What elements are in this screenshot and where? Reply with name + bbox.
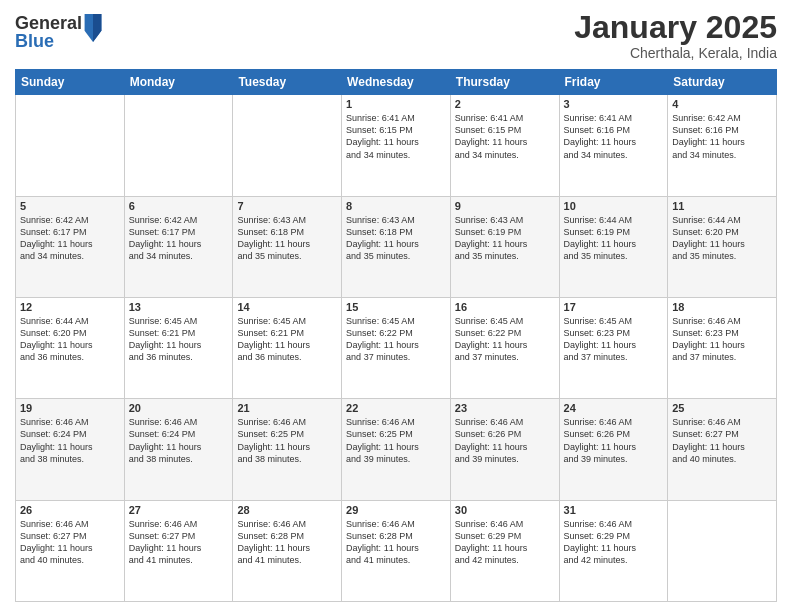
header-monday: Monday — [124, 70, 233, 95]
day-number: 26 — [20, 504, 120, 516]
calendar-cell — [668, 500, 777, 601]
logo-general: General — [15, 14, 82, 32]
day-number: 13 — [129, 301, 229, 313]
calendar-week-2: 5Sunrise: 6:42 AM Sunset: 6:17 PM Daylig… — [16, 196, 777, 297]
day-number: 25 — [672, 402, 772, 414]
day-info: Sunrise: 6:46 AM Sunset: 6:27 PM Dayligh… — [672, 416, 772, 465]
calendar-cell: 8Sunrise: 6:43 AM Sunset: 6:18 PM Daylig… — [342, 196, 451, 297]
calendar-cell: 2Sunrise: 6:41 AM Sunset: 6:15 PM Daylig… — [450, 95, 559, 196]
day-info: Sunrise: 6:45 AM Sunset: 6:21 PM Dayligh… — [237, 315, 337, 364]
day-info: Sunrise: 6:42 AM Sunset: 6:17 PM Dayligh… — [129, 214, 229, 263]
header-saturday: Saturday — [668, 70, 777, 95]
calendar-cell: 19Sunrise: 6:46 AM Sunset: 6:24 PM Dayli… — [16, 399, 125, 500]
day-number: 3 — [564, 98, 664, 110]
calendar-cell: 9Sunrise: 6:43 AM Sunset: 6:19 PM Daylig… — [450, 196, 559, 297]
calendar-cell: 16Sunrise: 6:45 AM Sunset: 6:22 PM Dayli… — [450, 297, 559, 398]
day-info: Sunrise: 6:41 AM Sunset: 6:15 PM Dayligh… — [346, 112, 446, 161]
day-number: 10 — [564, 200, 664, 212]
calendar-cell: 12Sunrise: 6:44 AM Sunset: 6:20 PM Dayli… — [16, 297, 125, 398]
calendar-cell: 3Sunrise: 6:41 AM Sunset: 6:16 PM Daylig… — [559, 95, 668, 196]
day-info: Sunrise: 6:41 AM Sunset: 6:16 PM Dayligh… — [564, 112, 664, 161]
logo-text: General Blue — [15, 14, 82, 50]
calendar-header-row: Sunday Monday Tuesday Wednesday Thursday… — [16, 70, 777, 95]
day-number: 18 — [672, 301, 772, 313]
day-info: Sunrise: 6:46 AM Sunset: 6:26 PM Dayligh… — [564, 416, 664, 465]
calendar-cell — [124, 95, 233, 196]
calendar-cell: 4Sunrise: 6:42 AM Sunset: 6:16 PM Daylig… — [668, 95, 777, 196]
header-wednesday: Wednesday — [342, 70, 451, 95]
day-number: 1 — [346, 98, 446, 110]
day-number: 28 — [237, 504, 337, 516]
logo-blue: Blue — [15, 32, 82, 50]
calendar-cell: 10Sunrise: 6:44 AM Sunset: 6:19 PM Dayli… — [559, 196, 668, 297]
day-number: 4 — [672, 98, 772, 110]
day-info: Sunrise: 6:46 AM Sunset: 6:29 PM Dayligh… — [564, 518, 664, 567]
calendar-cell: 23Sunrise: 6:46 AM Sunset: 6:26 PM Dayli… — [450, 399, 559, 500]
header-thursday: Thursday — [450, 70, 559, 95]
day-number: 16 — [455, 301, 555, 313]
day-info: Sunrise: 6:42 AM Sunset: 6:17 PM Dayligh… — [20, 214, 120, 263]
calendar-cell: 5Sunrise: 6:42 AM Sunset: 6:17 PM Daylig… — [16, 196, 125, 297]
calendar-cell: 6Sunrise: 6:42 AM Sunset: 6:17 PM Daylig… — [124, 196, 233, 297]
calendar-cell: 31Sunrise: 6:46 AM Sunset: 6:29 PM Dayli… — [559, 500, 668, 601]
day-number: 15 — [346, 301, 446, 313]
day-number: 22 — [346, 402, 446, 414]
day-number: 8 — [346, 200, 446, 212]
calendar-cell: 13Sunrise: 6:45 AM Sunset: 6:21 PM Dayli… — [124, 297, 233, 398]
day-info: Sunrise: 6:43 AM Sunset: 6:18 PM Dayligh… — [346, 214, 446, 263]
calendar-cell: 29Sunrise: 6:46 AM Sunset: 6:28 PM Dayli… — [342, 500, 451, 601]
logo: General Blue — [15, 14, 104, 50]
calendar-cell: 20Sunrise: 6:46 AM Sunset: 6:24 PM Dayli… — [124, 399, 233, 500]
day-info: Sunrise: 6:44 AM Sunset: 6:20 PM Dayligh… — [20, 315, 120, 364]
calendar-cell: 11Sunrise: 6:44 AM Sunset: 6:20 PM Dayli… — [668, 196, 777, 297]
day-info: Sunrise: 6:41 AM Sunset: 6:15 PM Dayligh… — [455, 112, 555, 161]
day-info: Sunrise: 6:45 AM Sunset: 6:22 PM Dayligh… — [455, 315, 555, 364]
day-number: 30 — [455, 504, 555, 516]
day-number: 17 — [564, 301, 664, 313]
calendar-week-5: 26Sunrise: 6:46 AM Sunset: 6:27 PM Dayli… — [16, 500, 777, 601]
day-info: Sunrise: 6:44 AM Sunset: 6:19 PM Dayligh… — [564, 214, 664, 263]
day-number: 27 — [129, 504, 229, 516]
calendar-cell: 14Sunrise: 6:45 AM Sunset: 6:21 PM Dayli… — [233, 297, 342, 398]
day-info: Sunrise: 6:46 AM Sunset: 6:28 PM Dayligh… — [237, 518, 337, 567]
day-number: 19 — [20, 402, 120, 414]
day-info: Sunrise: 6:42 AM Sunset: 6:16 PM Dayligh… — [672, 112, 772, 161]
day-info: Sunrise: 6:43 AM Sunset: 6:18 PM Dayligh… — [237, 214, 337, 263]
calendar-cell: 1Sunrise: 6:41 AM Sunset: 6:15 PM Daylig… — [342, 95, 451, 196]
day-info: Sunrise: 6:46 AM Sunset: 6:24 PM Dayligh… — [129, 416, 229, 465]
day-number: 9 — [455, 200, 555, 212]
calendar-cell: 27Sunrise: 6:46 AM Sunset: 6:27 PM Dayli… — [124, 500, 233, 601]
page: General Blue January 2025 Cherthala, Ker… — [0, 0, 792, 612]
header-tuesday: Tuesday — [233, 70, 342, 95]
svg-marker-1 — [93, 14, 101, 42]
day-info: Sunrise: 6:46 AM Sunset: 6:27 PM Dayligh… — [20, 518, 120, 567]
day-number: 6 — [129, 200, 229, 212]
calendar-week-1: 1Sunrise: 6:41 AM Sunset: 6:15 PM Daylig… — [16, 95, 777, 196]
day-number: 2 — [455, 98, 555, 110]
day-info: Sunrise: 6:45 AM Sunset: 6:21 PM Dayligh… — [129, 315, 229, 364]
day-number: 14 — [237, 301, 337, 313]
day-info: Sunrise: 6:46 AM Sunset: 6:26 PM Dayligh… — [455, 416, 555, 465]
day-info: Sunrise: 6:46 AM Sunset: 6:24 PM Dayligh… — [20, 416, 120, 465]
calendar-cell: 18Sunrise: 6:46 AM Sunset: 6:23 PM Dayli… — [668, 297, 777, 398]
day-number: 23 — [455, 402, 555, 414]
day-number: 11 — [672, 200, 772, 212]
calendar-table: Sunday Monday Tuesday Wednesday Thursday… — [15, 69, 777, 602]
day-info: Sunrise: 6:46 AM Sunset: 6:23 PM Dayligh… — [672, 315, 772, 364]
header-friday: Friday — [559, 70, 668, 95]
calendar-cell: 7Sunrise: 6:43 AM Sunset: 6:18 PM Daylig… — [233, 196, 342, 297]
location-subtitle: Cherthala, Kerala, India — [574, 45, 777, 61]
day-number: 5 — [20, 200, 120, 212]
calendar-week-3: 12Sunrise: 6:44 AM Sunset: 6:20 PM Dayli… — [16, 297, 777, 398]
day-info: Sunrise: 6:46 AM Sunset: 6:25 PM Dayligh… — [346, 416, 446, 465]
calendar-cell — [16, 95, 125, 196]
day-number: 21 — [237, 402, 337, 414]
calendar-cell: 28Sunrise: 6:46 AM Sunset: 6:28 PM Dayli… — [233, 500, 342, 601]
day-number: 24 — [564, 402, 664, 414]
calendar-week-4: 19Sunrise: 6:46 AM Sunset: 6:24 PM Dayli… — [16, 399, 777, 500]
day-info: Sunrise: 6:46 AM Sunset: 6:28 PM Dayligh… — [346, 518, 446, 567]
header-sunday: Sunday — [16, 70, 125, 95]
month-title: January 2025 — [574, 10, 777, 45]
day-number: 20 — [129, 402, 229, 414]
day-info: Sunrise: 6:43 AM Sunset: 6:19 PM Dayligh… — [455, 214, 555, 263]
